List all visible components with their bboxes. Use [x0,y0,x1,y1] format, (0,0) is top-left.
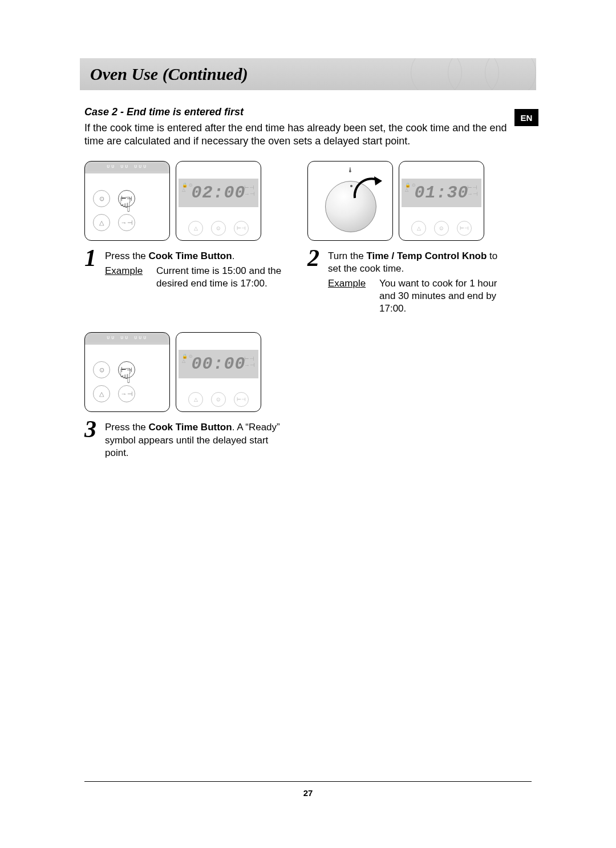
mini-button-icon: △ [188,392,203,407]
mini-button-icon: △ [188,221,203,236]
header-decoration [425,58,536,90]
top-strip: ᴜᴜ ᴜᴜ ᴜᴜᴜ [87,163,167,171]
language-badge: EN [514,109,538,126]
step-1-text: 1 Press the Cook Time Button. Example Cu… [84,248,285,290]
status-icons-right: ⊢⊣→⊣ [244,184,255,197]
step-3-figure: ᴜᴜ ᴜᴜ ᴜᴜᴜ ⊙ ⊢⊣ △ →⊣ ☟ 🔒 ⊙△ 00:00 ⊢⊣→⊣ △ [84,332,285,412]
cook-time-button-icon: ⊢⊣ [118,190,135,207]
text-prefix: Turn the [328,251,366,261]
end-button-icon: →⊣ [118,214,135,231]
intro-paragraph: If the cook time is entered after the en… [84,122,508,147]
status-icons-right: ⊢⊣→⊣ [244,356,255,368]
step-1: ᴜᴜ ᴜᴜ ᴜᴜᴜ ⊙ ⊢⊣ △ →⊣ ☟ 🔒 ⊙△ 02:00 ⊢⊣→⊣ △ [84,161,285,315]
step-instruction: Press the Cook Time Button. A “Ready” sy… [105,419,285,459]
bold-term: Cook Time Button [149,251,232,261]
digital-display: 🔒 ⊙△ 00:00 ⊢⊣→⊣ [179,350,258,378]
mini-button-icon: ⊙ [211,221,226,236]
clock-button-icon: ⊙ [93,361,110,378]
step-1-figure: ᴜᴜ ᴜᴜ ᴜᴜᴜ ⊙ ⊢⊣ △ →⊣ ☟ 🔒 ⊙△ 02:00 ⊢⊣→⊣ △ [84,161,285,241]
status-icons-left: 🔒 ⊙△ [405,183,416,192]
svg-marker-0 [374,176,382,185]
content-area: Case 2 - End time is entered first If th… [84,106,508,459]
step-2: 🌡 🔒 ⊙△ 01:30 ⊢⊣→⊣ △ ⊙ [307,161,508,315]
header-band: Oven Use (Continued) [80,58,536,90]
step-number: 3 [84,419,100,459]
step-instruction: Turn the Time / Temp Control Knob to set… [328,248,508,315]
step-number: 1 [84,248,100,290]
display-value: 00:00 [191,354,245,374]
end-button-icon: →⊣ [118,385,135,402]
text-prefix: Press the [105,422,149,433]
bold-term: Cook Time Button [149,422,232,433]
mini-button-icon: ⊙ [211,392,226,407]
control-panel-illustration: ᴜᴜ ᴜᴜ ᴜᴜᴜ ⊙ ⊢⊣ △ →⊣ ☟ [84,332,170,412]
mini-button-icon: ⊢⊣ [234,221,249,236]
bold-term: Time / Temp Control Knob [366,251,487,261]
status-icons-right: ⊢⊣→⊣ [467,184,478,197]
digital-display: 🔒 ⊙△ 01:30 ⊢⊣→⊣ [402,179,481,207]
example-label: Example [105,265,146,290]
step-3: ᴜᴜ ᴜᴜ ᴜᴜᴜ ⊙ ⊢⊣ △ →⊣ ☟ 🔒 ⊙△ 00:00 ⊢⊣→⊣ △ [84,332,285,459]
footer-divider [84,781,532,782]
status-icons-left: 🔒 ⊙△ [182,183,193,192]
knob-panel-illustration: 🌡 [307,161,393,241]
alarm-button-icon: △ [93,385,110,402]
text-suffix: . [232,251,235,261]
cook-time-button-icon: ⊢⊣ [118,361,135,378]
digital-display: 🔒 ⊙△ 02:00 ⊢⊣→⊣ [179,179,258,207]
display-value: 01:30 [414,183,468,203]
page-number: 27 [0,788,616,798]
example-text: You want to cook for 1 hour and 30 minut… [379,277,508,315]
display-panel-illustration: 🔒 ⊙△ 00:00 ⊢⊣→⊣ △ ⊙ ⊢⊣ [176,332,261,412]
example-text: Current time is 15:00 and the desired en… [156,265,285,290]
clock-button-icon: ⊙ [93,190,110,207]
mini-button-icon: ⊙ [434,221,449,236]
display-panel-illustration: 🔒 ⊙△ 02:00 ⊢⊣→⊣ △ ⊙ ⊢⊣ [176,161,261,241]
control-panel-illustration: ᴜᴜ ᴜᴜ ᴜᴜᴜ ⊙ ⊢⊣ △ →⊣ ☟ [84,161,170,241]
mini-button-icon: ⊢⊣ [234,392,249,407]
bottom-buttons: △ ⊙ ⊢⊣ [176,221,261,236]
page-title: Oven Use (Continued) [90,64,248,84]
steps-grid: ᴜᴜ ᴜᴜ ᴜᴜᴜ ⊙ ⊢⊣ △ →⊣ ☟ 🔒 ⊙△ 02:00 ⊢⊣→⊣ △ [84,161,508,459]
example-row: Example Current time is 15:00 and the de… [105,265,285,290]
example-label: Example [328,277,369,315]
bottom-buttons: △ ⊙ ⊢⊣ [399,221,484,236]
status-icons-left: 🔒 ⊙△ [182,354,193,364]
display-value: 02:00 [191,183,245,203]
alarm-button-icon: △ [93,214,110,231]
display-panel-illustration: 🔒 ⊙△ 01:30 ⊢⊣→⊣ △ ⊙ ⊢⊣ [399,161,484,241]
step-2-figure: 🌡 🔒 ⊙△ 01:30 ⊢⊣→⊣ △ ⊙ [307,161,508,241]
rotate-arrow-icon [349,169,383,204]
mini-button-icon: △ [411,221,426,236]
mini-button-icon: ⊢⊣ [457,221,472,236]
example-row: Example You want to cook for 1 hour and … [328,277,508,315]
top-strip: ᴜᴜ ᴜᴜ ᴜᴜᴜ [87,334,167,342]
step-number: 2 [307,248,323,315]
step-instruction: Press the Cook Time Button. Example Curr… [105,248,285,290]
step-2-text: 2 Turn the Time / Temp Control Knob to s… [307,248,508,315]
case-title: Case 2 - End time is entered first [84,106,508,118]
bottom-buttons: △ ⊙ ⊢⊣ [176,392,261,407]
text-prefix: Press the [105,251,149,261]
step-3-text: 3 Press the Cook Time Button. A “Ready” … [84,419,285,459]
